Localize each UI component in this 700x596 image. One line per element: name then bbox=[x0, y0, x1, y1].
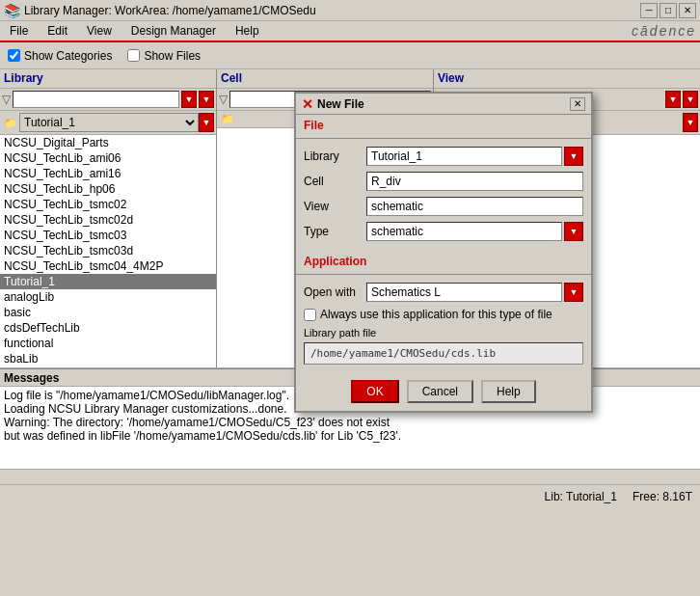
app-section-divider bbox=[296, 274, 591, 275]
library-panel-header: Library bbox=[0, 69, 216, 89]
close-button[interactable]: ✕ bbox=[679, 3, 696, 18]
minimize-button[interactable]: ─ bbox=[640, 3, 658, 18]
open-with-input[interactable] bbox=[366, 283, 562, 302]
list-item[interactable]: NCSU_TechLib_tsmc04_4M2P bbox=[0, 258, 216, 274]
title-bar-left: 📚 Library Manager: WorkArea: /home/yamam… bbox=[4, 3, 316, 18]
view-selector-btn[interactable]: ▼ bbox=[683, 113, 698, 132]
menu-bar: File Edit View Design Manager Help cāden… bbox=[0, 21, 700, 42]
menu-items: File Edit View Design Manager Help bbox=[4, 22, 265, 40]
open-with-dropdown-btn[interactable]: ▼ bbox=[564, 283, 583, 302]
library-selector-row: 📁 Tutorial_1 ▼ bbox=[0, 111, 216, 135]
show-files-group[interactable]: Show Files bbox=[127, 49, 201, 63]
dialog-buttons: OK Cancel Help bbox=[296, 372, 591, 411]
lib-path-value: /home/yamame1/CMOSedu/cds.lib bbox=[304, 342, 583, 365]
cell-folder-icon: 📁 bbox=[219, 113, 236, 125]
type-field-label: Type bbox=[304, 225, 366, 238]
open-with-field-row: Open with ▼ bbox=[304, 283, 583, 302]
type-input[interactable] bbox=[366, 222, 562, 241]
menu-edit[interactable]: Edit bbox=[41, 22, 73, 40]
type-dropdown-btn[interactable]: ▼ bbox=[564, 222, 583, 241]
library-filter-input[interactable] bbox=[13, 91, 179, 108]
list-item[interactable]: NCSU_TechLib_tsmc02 bbox=[0, 197, 216, 212]
message-line: Warning: The directory: '/home/yamame1/C… bbox=[4, 416, 696, 429]
view-panel-header: View bbox=[434, 69, 700, 89]
type-field: ▼ bbox=[366, 222, 583, 241]
list-item[interactable]: NCSU_TechLib_tsmc03 bbox=[0, 228, 216, 243]
list-item-selected[interactable]: Tutorial_1 bbox=[0, 274, 216, 289]
dialog-title: New File bbox=[317, 97, 364, 111]
type-field-row: Type ▼ bbox=[304, 222, 583, 241]
app-icon: 📚 bbox=[4, 3, 20, 18]
ok-button[interactable]: OK bbox=[351, 380, 398, 403]
library-input[interactable] bbox=[366, 147, 562, 166]
dialog-close-button[interactable]: ✕ bbox=[570, 97, 585, 111]
filter-icon: ▽ bbox=[2, 93, 11, 106]
dialog-app-body: Open with ▼ Always use this application … bbox=[296, 279, 591, 372]
list-item[interactable]: NCSU_TechLib_tsmc02d bbox=[0, 212, 216, 228]
toolbar: Show Categories Show Files bbox=[0, 42, 700, 69]
list-item[interactable]: NCSU_TechLib_hp06 bbox=[0, 181, 216, 197]
always-use-checkbox[interactable] bbox=[304, 309, 316, 321]
messages-scrollbar[interactable] bbox=[0, 469, 700, 484]
cancel-button[interactable]: Cancel bbox=[407, 380, 473, 403]
help-button[interactable]: Help bbox=[481, 380, 536, 403]
cell-input[interactable] bbox=[366, 172, 583, 191]
library-filter-extra[interactable]: ▼ bbox=[199, 91, 214, 108]
show-files-checkbox[interactable] bbox=[127, 49, 140, 62]
status-free: Free: 8.16T bbox=[633, 490, 692, 503]
library-selector-dropdown[interactable]: Tutorial_1 bbox=[19, 113, 199, 132]
view-field bbox=[366, 197, 583, 216]
always-use-label: Always use this application for this typ… bbox=[320, 308, 552, 321]
library-field-label: Library bbox=[304, 149, 366, 163]
cadence-logo: cādence bbox=[632, 23, 696, 39]
cell-filter-icon: ▽ bbox=[219, 93, 228, 106]
open-with-label: Open with bbox=[304, 285, 366, 299]
list-item[interactable]: basic bbox=[0, 305, 216, 320]
list-item[interactable]: NCSU_TechLib_tsmc03d bbox=[0, 243, 216, 258]
window-title: Library Manager: WorkArea: /home/yamame1… bbox=[24, 4, 316, 17]
app-section-label: Application bbox=[296, 251, 591, 270]
list-item[interactable]: NCSU_TechLib_ami16 bbox=[0, 166, 216, 181]
library-folder-icon: 📁 bbox=[2, 117, 19, 129]
title-bar-controls: ─ □ ✕ bbox=[640, 3, 696, 18]
view-field-label: View bbox=[304, 200, 366, 213]
message-line: but was defined in libFile '/home/yamame… bbox=[4, 429, 696, 443]
view-field-row: View bbox=[304, 197, 583, 216]
view-filter-extra[interactable]: ▼ bbox=[683, 91, 698, 108]
library-filter-row: ▽ ▼ ▼ bbox=[0, 89, 216, 111]
library-field: ▼ bbox=[366, 147, 583, 166]
status-lib: Lib: Tutorial_1 bbox=[545, 490, 617, 503]
list-item[interactable]: NCSU_TechLib_ami06 bbox=[0, 150, 216, 166]
menu-help[interactable]: Help bbox=[229, 22, 265, 40]
list-item[interactable]: functional bbox=[0, 336, 216, 351]
new-file-dialog: ✕ New File ✕ File Library ▼ Cell bbox=[294, 92, 593, 413]
list-item[interactable]: cdsDefTechLib bbox=[0, 320, 216, 336]
show-files-label: Show Files bbox=[144, 49, 201, 63]
cell-field-label: Cell bbox=[304, 175, 366, 188]
cell-field-row: Cell bbox=[304, 172, 583, 191]
status-bar: Lib: Tutorial_1 Free: 8.16T bbox=[0, 484, 700, 507]
lib-path-label: Library path file bbox=[304, 327, 583, 339]
menu-file[interactable]: File bbox=[4, 22, 34, 40]
list-item[interactable]: sbaLib bbox=[0, 351, 216, 366]
menu-design-manager[interactable]: Design Manager bbox=[125, 22, 222, 40]
show-categories-label: Show Categories bbox=[24, 49, 112, 63]
dialog-x-icon: ✕ bbox=[302, 96, 313, 112]
cell-panel-header: Cell bbox=[217, 69, 433, 89]
maximize-button[interactable]: □ bbox=[660, 3, 677, 18]
open-with-field: ▼ bbox=[366, 283, 583, 302]
library-filter-dropdown[interactable]: ▼ bbox=[181, 91, 197, 108]
dialog-titlebar: ✕ New File ✕ bbox=[296, 94, 591, 115]
library-selector-btn[interactable]: ▼ bbox=[199, 113, 214, 132]
menu-view[interactable]: View bbox=[81, 22, 118, 40]
show-categories-group[interactable]: Show Categories bbox=[8, 49, 112, 63]
library-list[interactable]: NCSU_Digital_Parts NCSU_TechLib_ami06 NC… bbox=[0, 135, 216, 367]
always-use-row: Always use this application for this typ… bbox=[304, 308, 583, 321]
view-input[interactable] bbox=[366, 197, 583, 216]
list-item[interactable]: NCSU_Digital_Parts bbox=[0, 135, 216, 150]
title-bar: 📚 Library Manager: WorkArea: /home/yamam… bbox=[0, 0, 700, 21]
show-categories-checkbox[interactable] bbox=[8, 49, 20, 62]
library-dropdown-btn[interactable]: ▼ bbox=[564, 147, 583, 166]
view-filter-dropdown[interactable]: ▼ bbox=[665, 91, 681, 108]
list-item[interactable]: analogLib bbox=[0, 289, 216, 305]
